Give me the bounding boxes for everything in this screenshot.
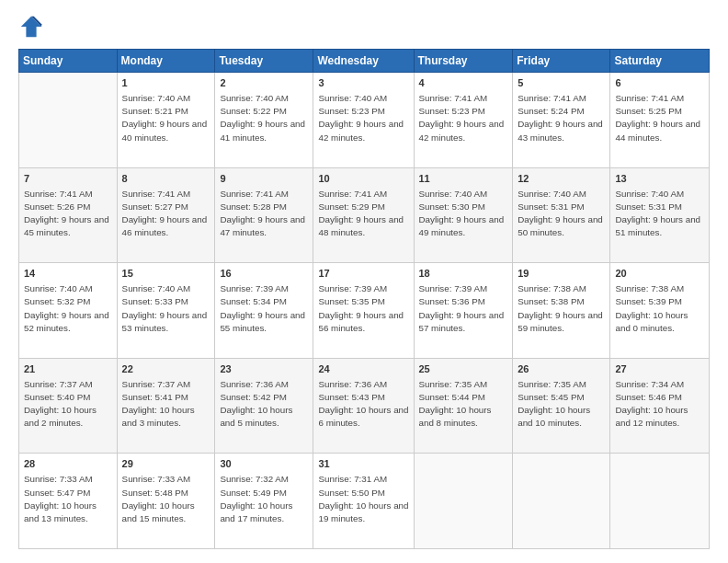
week-row: 1Sunrise: 7:40 AMSunset: 5:21 PMDaylight… [19, 73, 710, 168]
weekday-header: Wednesday [313, 50, 414, 73]
day-cell: 6Sunrise: 7:41 AMSunset: 5:25 PMDaylight… [610, 73, 710, 168]
day-info: Sunrise: 7:41 AMSunset: 5:28 PMDaylight:… [220, 188, 308, 240]
day-number: 3 [318, 76, 408, 91]
day-cell: 25Sunrise: 7:35 AMSunset: 5:44 PMDayligh… [414, 358, 513, 454]
weekday-header: Sunday [19, 50, 118, 73]
day-number: 25 [419, 362, 508, 377]
weekday-header: Saturday [610, 50, 710, 73]
day-info: Sunrise: 7:41 AMSunset: 5:24 PMDaylight:… [518, 92, 605, 144]
day-cell: 13Sunrise: 7:40 AMSunset: 5:31 PMDayligh… [610, 167, 710, 263]
day-number: 21 [24, 362, 112, 377]
day-cell: 30Sunrise: 7:32 AMSunset: 5:49 PMDayligh… [215, 454, 313, 549]
day-number: 9 [220, 172, 308, 187]
week-row: 14Sunrise: 7:40 AMSunset: 5:32 PMDayligh… [19, 263, 710, 359]
day-cell: 27Sunrise: 7:34 AMSunset: 5:46 PMDayligh… [610, 358, 710, 454]
day-info: Sunrise: 7:40 AMSunset: 5:22 PMDaylight:… [220, 92, 308, 144]
day-info: Sunrise: 7:38 AMSunset: 5:38 PMDaylight:… [518, 282, 605, 335]
day-number: 7 [24, 172, 112, 187]
day-info: Sunrise: 7:39 AMSunset: 5:35 PMDaylight:… [318, 282, 408, 335]
day-info: Sunrise: 7:40 AMSunset: 5:30 PMDaylight:… [419, 188, 508, 240]
day-number: 23 [220, 362, 308, 377]
day-info: Sunrise: 7:33 AMSunset: 5:47 PMDaylight:… [24, 473, 112, 525]
day-info: Sunrise: 7:39 AMSunset: 5:36 PMDaylight:… [419, 282, 508, 335]
day-info: Sunrise: 7:37 AMSunset: 5:41 PMDaylight:… [122, 378, 210, 431]
day-cell: 1Sunrise: 7:40 AMSunset: 5:21 PMDaylight… [117, 73, 215, 168]
day-cell: 9Sunrise: 7:41 AMSunset: 5:28 PMDaylight… [215, 167, 313, 263]
day-number: 26 [518, 362, 605, 377]
day-info: Sunrise: 7:41 AMSunset: 5:26 PMDaylight:… [24, 188, 112, 240]
day-number: 13 [615, 172, 704, 187]
day-info: Sunrise: 7:39 AMSunset: 5:34 PMDaylight:… [220, 282, 308, 335]
day-info: Sunrise: 7:40 AMSunset: 5:31 PMDaylight:… [518, 188, 605, 240]
day-cell: 5Sunrise: 7:41 AMSunset: 5:24 PMDaylight… [513, 73, 610, 168]
header [18, 14, 710, 40]
day-info: Sunrise: 7:40 AMSunset: 5:21 PMDaylight:… [122, 92, 210, 144]
day-number: 24 [318, 362, 408, 377]
day-number: 6 [615, 76, 704, 91]
day-cell: 17Sunrise: 7:39 AMSunset: 5:35 PMDayligh… [313, 263, 414, 359]
day-cell: 21Sunrise: 7:37 AMSunset: 5:40 PMDayligh… [19, 358, 118, 454]
day-info: Sunrise: 7:40 AMSunset: 5:31 PMDaylight:… [615, 188, 704, 240]
day-info: Sunrise: 7:41 AMSunset: 5:29 PMDaylight:… [318, 188, 408, 240]
day-cell: 28Sunrise: 7:33 AMSunset: 5:47 PMDayligh… [19, 454, 118, 549]
day-cell: 18Sunrise: 7:39 AMSunset: 5:36 PMDayligh… [414, 263, 513, 359]
day-cell: 2Sunrise: 7:40 AMSunset: 5:22 PMDaylight… [215, 73, 313, 168]
day-number: 16 [220, 267, 308, 282]
day-cell: 19Sunrise: 7:38 AMSunset: 5:38 PMDayligh… [513, 263, 610, 359]
day-info: Sunrise: 7:32 AMSunset: 5:49 PMDaylight:… [220, 473, 308, 525]
logo-icon [18, 14, 44, 40]
day-info: Sunrise: 7:36 AMSunset: 5:42 PMDaylight:… [220, 378, 308, 431]
day-info: Sunrise: 7:36 AMSunset: 5:43 PMDaylight:… [318, 378, 408, 431]
day-cell [19, 73, 118, 168]
day-cell: 20Sunrise: 7:38 AMSunset: 5:39 PMDayligh… [610, 263, 710, 359]
day-cell: 15Sunrise: 7:40 AMSunset: 5:33 PMDayligh… [117, 263, 215, 359]
day-number: 27 [615, 362, 704, 377]
week-row: 28Sunrise: 7:33 AMSunset: 5:47 PMDayligh… [19, 454, 710, 549]
day-cell [414, 454, 513, 549]
day-info: Sunrise: 7:31 AMSunset: 5:50 PMDaylight:… [318, 473, 408, 525]
day-cell [513, 454, 610, 549]
header-row: SundayMondayTuesdayWednesdayThursdayFrid… [19, 50, 710, 73]
day-cell: 23Sunrise: 7:36 AMSunset: 5:42 PMDayligh… [215, 358, 313, 454]
day-info: Sunrise: 7:40 AMSunset: 5:23 PMDaylight:… [318, 92, 408, 144]
day-cell: 24Sunrise: 7:36 AMSunset: 5:43 PMDayligh… [313, 358, 414, 454]
week-row: 7Sunrise: 7:41 AMSunset: 5:26 PMDaylight… [19, 167, 710, 263]
weekday-header: Tuesday [215, 50, 313, 73]
weekday-header: Friday [513, 50, 610, 73]
day-number: 18 [419, 267, 508, 282]
day-number: 2 [220, 76, 308, 91]
calendar-table: SundayMondayTuesdayWednesdayThursdayFrid… [18, 49, 710, 549]
day-info: Sunrise: 7:40 AMSunset: 5:33 PMDaylight:… [122, 282, 210, 335]
day-info: Sunrise: 7:35 AMSunset: 5:45 PMDaylight:… [518, 378, 605, 431]
day-cell: 8Sunrise: 7:41 AMSunset: 5:27 PMDaylight… [117, 167, 215, 263]
day-info: Sunrise: 7:37 AMSunset: 5:40 PMDaylight:… [24, 378, 112, 431]
day-number: 1 [122, 76, 210, 91]
day-cell: 10Sunrise: 7:41 AMSunset: 5:29 PMDayligh… [313, 167, 414, 263]
day-cell: 4Sunrise: 7:41 AMSunset: 5:23 PMDaylight… [414, 73, 513, 168]
day-number: 17 [318, 267, 408, 282]
day-cell: 12Sunrise: 7:40 AMSunset: 5:31 PMDayligh… [513, 167, 610, 263]
day-cell: 26Sunrise: 7:35 AMSunset: 5:45 PMDayligh… [513, 358, 610, 454]
day-cell: 22Sunrise: 7:37 AMSunset: 5:41 PMDayligh… [117, 358, 215, 454]
day-number: 22 [122, 362, 210, 377]
day-number: 8 [122, 172, 210, 187]
day-number: 30 [220, 457, 308, 472]
weekday-header: Monday [117, 50, 215, 73]
day-number: 20 [615, 267, 704, 282]
day-number: 4 [419, 76, 508, 91]
day-number: 29 [122, 457, 210, 472]
day-info: Sunrise: 7:41 AMSunset: 5:25 PMDaylight:… [615, 92, 704, 144]
day-cell: 11Sunrise: 7:40 AMSunset: 5:30 PMDayligh… [414, 167, 513, 263]
day-info: Sunrise: 7:33 AMSunset: 5:48 PMDaylight:… [122, 473, 210, 525]
week-row: 21Sunrise: 7:37 AMSunset: 5:40 PMDayligh… [19, 358, 710, 454]
day-number: 5 [518, 76, 605, 91]
day-info: Sunrise: 7:38 AMSunset: 5:39 PMDaylight:… [615, 282, 704, 335]
logo [18, 14, 48, 40]
day-number: 12 [518, 172, 605, 187]
day-number: 19 [518, 267, 605, 282]
day-number: 11 [419, 172, 508, 187]
day-cell: 7Sunrise: 7:41 AMSunset: 5:26 PMDaylight… [19, 167, 118, 263]
day-number: 28 [24, 457, 112, 472]
day-number: 14 [24, 267, 112, 282]
day-cell: 16Sunrise: 7:39 AMSunset: 5:34 PMDayligh… [215, 263, 313, 359]
